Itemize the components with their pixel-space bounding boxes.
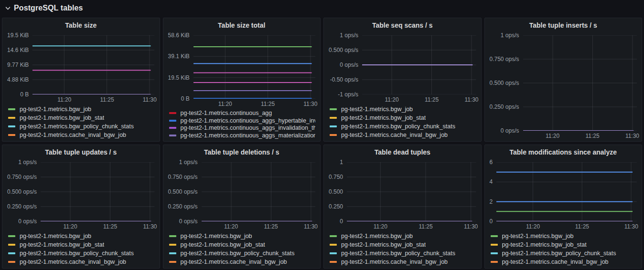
chart: 58.6 KiB39.1 KiB19.5 KiB0 B 11:2011:2511… <box>168 35 316 108</box>
legend: pg-test2-1.metrics.continuous_aggpg-test… <box>169 109 316 139</box>
legend-item[interactable]: pg-test2-1.metrics.bgw_policy_chunk_stat… <box>491 249 637 258</box>
series-color-swatch <box>8 108 15 110</box>
legend: pg-test2-1.metrics.bgw_jobpg-test2-1.met… <box>8 232 155 266</box>
x-axis-tick-label: 11:20 <box>224 223 238 230</box>
legend-item[interactable]: pg-test2-1.metrics.cache_inval_bgw_job <box>491 258 637 266</box>
legend-label: pg-test2-1.metrics.bgw_job_stat <box>502 241 587 248</box>
legend-item[interactable]: pg-test2-1.metrics.bgw_job <box>330 105 476 114</box>
panel-title[interactable]: Table tuple deletions / s <box>168 148 316 156</box>
x-axis-tick-label: 11:30 <box>143 223 157 230</box>
legend-item[interactable]: pg-test2-1.metrics.cache_inval_bgw_job <box>330 258 476 266</box>
legend-item[interactable]: pg-test2-1.metrics.continuous_aggs_inval… <box>169 125 316 132</box>
chart-plot-area[interactable] <box>202 162 315 221</box>
legend: pg-test2-1.metrics.bgw_jobpg-test2-1.met… <box>330 105 476 139</box>
series-color-swatch <box>8 134 15 136</box>
legend-item[interactable]: pg-test2-1.metrics.bgw_policy_chunk_stat… <box>8 249 155 258</box>
legend-item[interactable]: pg-test2-1.metrics.bgw_policy_chunk_stat… <box>8 122 155 131</box>
x-axis: 11:2011:2511:30 <box>32 94 154 104</box>
panel-title[interactable]: Table modifications since analyze <box>490 148 637 156</box>
panel-table-seq-scans: Table seq scans / s 1 ops/s0.500 ops/s0 … <box>323 18 482 142</box>
x-axis-tick-label: 11:20 <box>57 96 71 103</box>
series-color-swatch <box>8 117 15 119</box>
x-axis-tick-label: 11:20 <box>63 223 77 230</box>
legend-item[interactable]: pg-test2-1.metrics.bgw_policy_chunk_stat… <box>330 122 476 131</box>
x-axis-tick-label: 11:30 <box>304 223 318 230</box>
x-axis-tick-label: 11:30 <box>464 96 478 103</box>
panel-title[interactable]: Table seq scans / s <box>329 21 476 29</box>
y-axis: 58.6 KiB39.1 KiB19.5 KiB0 B <box>168 35 190 99</box>
panel-title[interactable]: Table tuple updates / s <box>7 148 155 156</box>
x-axis-tick-label: 11:25 <box>103 223 117 230</box>
legend-item[interactable]: pg-test2-1.metrics.bgw_policy_chunk_stat… <box>330 249 476 258</box>
legend-label: pg-test2-1.metrics.bgw_policy_chunk_stat… <box>341 250 455 257</box>
x-axis: 11:2011:2511:30 <box>347 221 476 230</box>
series-color-swatch <box>169 112 176 114</box>
legend-label: pg-test2-1.metrics.bgw_job <box>341 233 413 239</box>
series-color-swatch <box>330 235 337 237</box>
legend-item[interactable]: pg-test2-1.metrics.cache_inval_bgw_job <box>330 131 476 139</box>
chart: 1 ops/s0.500 ops/s0 ops/s-0.50 ops/s-1 o… <box>329 35 476 104</box>
panel-title[interactable]: Table tuple inserts / s <box>490 21 637 29</box>
legend-item[interactable]: pg-test2-1.metrics.bgw_job_stat <box>330 240 476 249</box>
legend-item[interactable]: pg-test2-1.metrics.bgw_job <box>330 232 476 240</box>
panel-title[interactable]: Table dead tuples <box>329 148 476 156</box>
legend: pg-test2-1.metrics.bgw_jobpg-test2-1.met… <box>8 105 155 139</box>
legend-item[interactable]: pg-test2-1.metrics.bgw_job <box>8 232 155 240</box>
legend-item[interactable]: pg-test2-1.metrics.bgw_job <box>491 232 637 240</box>
y-axis: 1 ops/s0.750 ops/s0.500 ops/s0.250 ops/s… <box>7 162 37 221</box>
legend-label: pg-test2-1.metrics.cache_inval_bgw_job <box>502 259 609 265</box>
legend-item[interactable]: pg-test2-1.metrics.bgw_policy_chunk_stat… <box>169 249 316 258</box>
legend-item[interactable]: pg-test2-1.metrics.cache_inval_bgw_job <box>8 258 155 266</box>
x-axis-tick-label: 11:30 <box>303 101 317 107</box>
legend-label: pg-test2-1.metrics.continuous_agg <box>181 110 272 116</box>
series-color-swatch <box>169 252 176 254</box>
legend-item[interactable]: pg-test2-1.metrics.bgw_job <box>8 105 155 114</box>
row-header-postgresql-tables[interactable]: PostgreSQL tables <box>0 0 644 15</box>
series-color-swatch <box>8 125 15 127</box>
chart-plot-area[interactable] <box>41 162 154 221</box>
legend-item[interactable]: pg-test2-1.metrics.bgw_job_stat <box>491 240 637 249</box>
legend-item[interactable]: pg-test2-1.metrics.continuous_agg <box>169 109 316 117</box>
chart-plot-area[interactable] <box>193 35 315 99</box>
legend-label: pg-test2-1.metrics.bgw_job <box>181 233 252 239</box>
legend-item[interactable]: pg-test2-1.metrics.continuous_aggs_mater… <box>169 132 316 139</box>
panel-table-tuple-inserts: Table tuple inserts / s 1 ops/s0.750 ops… <box>484 18 643 142</box>
y-axis: 10.7500.5000.2500 <box>329 162 343 221</box>
x-axis-tick-label: 11:20 <box>374 223 387 230</box>
legend-item[interactable]: pg-test2-1.metrics.cache_inval_bgw_job <box>8 131 155 139</box>
x-axis: 11:2011:2511:30 <box>41 221 154 230</box>
chart-plot-area[interactable] <box>496 162 637 221</box>
panel-title[interactable]: Table size total <box>168 21 316 29</box>
chart: 19.5 KiB14.6 KiB9.77 KiB4.88 KiB0 B 11:2… <box>7 35 155 104</box>
series-color-swatch <box>491 252 498 254</box>
series-color-swatch <box>330 125 337 127</box>
chart-plot-area[interactable] <box>347 162 476 221</box>
panel-title[interactable]: Table size <box>7 21 155 29</box>
chart-plot-area[interactable] <box>32 35 154 94</box>
chart: 10.7500.5000.2500 11:2011:2511:30 <box>329 162 476 230</box>
legend-label: pg-test2-1.metrics.bgw_job <box>502 233 574 239</box>
legend-item[interactable]: pg-test2-1.metrics.bgw_job_stat <box>330 114 476 122</box>
legend-label: pg-test2-1.metrics.cache_inval_bgw_job <box>20 132 126 138</box>
legend-label: pg-test2-1.metrics.bgw_policy_chunk_stat… <box>20 123 134 130</box>
dashboard-page: PostgreSQL tables Table size 19.5 KiB14.… <box>0 0 644 270</box>
series-color-swatch <box>8 235 15 237</box>
legend-item[interactable]: pg-test2-1.metrics.bgw_job_stat <box>169 240 316 249</box>
chart-plot-area[interactable] <box>362 35 476 94</box>
legend-label: pg-test2-1.metrics.cache_inval_bgw_job <box>341 132 448 138</box>
x-axis-tick-label: 11:25 <box>585 133 599 139</box>
legend-item[interactable]: pg-test2-1.metrics.bgw_job_stat <box>8 114 155 122</box>
legend-item[interactable]: pg-test2-1.metrics.bgw_job <box>169 232 316 240</box>
legend-item[interactable]: pg-test2-1.metrics.continuous_aggs_hyper… <box>169 117 316 125</box>
series-color-swatch <box>8 252 15 254</box>
panel-table-size-total: Table size total 58.6 KiB39.1 KiB19.5 Ki… <box>163 18 321 142</box>
chart: 1 ops/s0.750 ops/s0.500 ops/s0.250 ops/s… <box>168 162 316 230</box>
legend-item[interactable]: pg-test2-1.metrics.bgw_job_stat <box>8 240 155 249</box>
series-color-swatch <box>169 235 176 237</box>
legend-item[interactable]: pg-test2-1.metrics.cache_inval_bgw_job <box>169 258 316 266</box>
legend-label: pg-test2-1.metrics.bgw_job <box>20 233 91 239</box>
chart-plot-area[interactable] <box>523 35 637 131</box>
x-axis-tick-label: 11:25 <box>261 101 275 107</box>
x-axis-tick-label: 11:25 <box>419 223 432 230</box>
plot-column: 11:2011:2511:30 <box>347 162 476 230</box>
